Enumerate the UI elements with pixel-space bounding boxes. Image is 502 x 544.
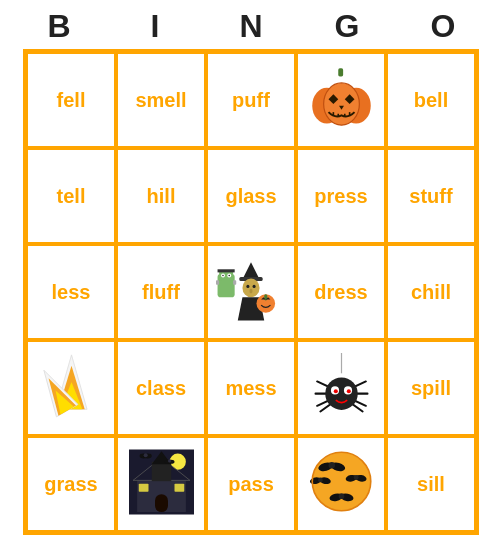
svg-point-23	[242, 279, 259, 298]
cell-word-r1-c3: press	[314, 185, 367, 208]
cell-word-r0-c2: puff	[232, 89, 270, 112]
svg-marker-21	[243, 262, 259, 278]
cell-word-r0-c4: bell	[414, 89, 448, 112]
cell-word-r3-c1: class	[136, 377, 186, 400]
cell-r3-c0	[26, 340, 116, 436]
cell-word-r4-c0: grass	[44, 473, 97, 496]
svg-point-16	[222, 275, 224, 277]
cell-r0-c4: bell	[386, 52, 476, 148]
svg-point-76	[353, 475, 358, 480]
haunted-house-icon	[129, 447, 194, 522]
svg-rect-14	[218, 269, 235, 272]
cell-word-r0-c1: smell	[135, 89, 186, 112]
cell-r3-c2: mess	[206, 340, 296, 436]
cell-r1-c2: glass	[206, 148, 296, 244]
letter-O: O	[398, 8, 488, 45]
letter-B: B	[14, 8, 104, 45]
svg-point-51	[346, 389, 350, 393]
svg-point-24	[246, 285, 249, 288]
cell-word-r1-c0: tell	[57, 185, 86, 208]
bats-moon-icon	[309, 449, 374, 519]
svg-point-26	[249, 289, 252, 294]
cell-word-r0-c0: fell	[57, 89, 86, 112]
cell-word-r3-c2: mess	[225, 377, 276, 400]
bingo-grid: fellsmellpuff belltellhillglasspressstuf…	[23, 49, 479, 535]
cell-r2-c1: fluff	[116, 244, 206, 340]
spider-icon	[309, 353, 374, 423]
cell-r4-c3	[296, 436, 386, 532]
letter-G: G	[302, 8, 392, 45]
cell-r0-c1: smell	[116, 52, 206, 148]
cell-r0-c0: fell	[26, 52, 116, 148]
svg-point-25	[253, 285, 256, 288]
pumpkin-icon	[309, 65, 374, 135]
svg-point-47	[325, 377, 358, 410]
svg-rect-56	[151, 461, 171, 481]
cell-word-r1-c2: glass	[225, 185, 276, 208]
cell-word-r3-c4: spill	[411, 377, 451, 400]
svg-rect-0	[338, 68, 343, 76]
cell-word-r1-c1: hill	[147, 185, 176, 208]
svg-rect-58	[155, 494, 168, 512]
cell-r0-c2: puff	[206, 52, 296, 148]
cell-word-r2-c1: fluff	[142, 281, 180, 304]
cell-word-r2-c4: chill	[411, 281, 451, 304]
cell-r3-c4: spill	[386, 340, 476, 436]
cell-r4-c1	[116, 436, 206, 532]
svg-point-18	[228, 275, 230, 277]
svg-rect-20	[233, 280, 236, 285]
svg-rect-60	[174, 483, 184, 491]
letter-I: I	[110, 8, 200, 45]
letter-N: N	[206, 8, 296, 45]
cell-r1-c3: press	[296, 148, 386, 244]
cell-r4-c4: sill	[386, 436, 476, 532]
cell-r4-c2: pass	[206, 436, 296, 532]
svg-point-66	[168, 459, 171, 462]
cell-r3-c1: class	[116, 340, 206, 436]
bingo-header: B I N G O	[11, 8, 491, 45]
svg-point-50	[333, 389, 337, 393]
candy-corn-icon	[39, 351, 104, 426]
cell-r4-c0: grass	[26, 436, 116, 532]
cell-r1-c0: tell	[26, 148, 116, 244]
svg-rect-59	[138, 483, 148, 491]
svg-point-63	[143, 453, 147, 457]
cell-r0-c3	[296, 52, 386, 148]
cell-word-r1-c4: stuff	[409, 185, 452, 208]
cell-r2-c0: less	[26, 244, 116, 340]
cell-word-r4-c4: sill	[417, 473, 445, 496]
cell-r2-c3: dress	[296, 244, 386, 340]
svg-point-79	[338, 493, 344, 499]
cell-word-r4-c2: pass	[228, 473, 274, 496]
cell-r2-c2	[206, 244, 296, 340]
cell-r2-c4: chill	[386, 244, 476, 340]
svg-point-70	[328, 462, 335, 469]
cell-r1-c1: hill	[116, 148, 206, 244]
halloween-chars-icon	[216, 257, 286, 327]
cell-r1-c4: stuff	[386, 148, 476, 244]
svg-point-73	[317, 477, 322, 482]
cell-word-r2-c0: less	[52, 281, 91, 304]
svg-rect-19	[216, 280, 219, 285]
cell-r3-c3	[296, 340, 386, 436]
cell-word-r2-c3: dress	[314, 281, 367, 304]
